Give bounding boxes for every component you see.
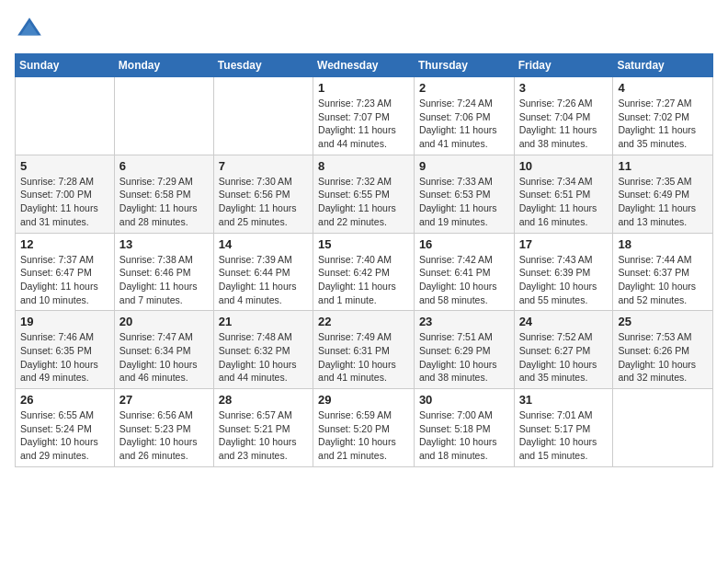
day-number: 15 (318, 237, 409, 251)
day-number: 9 (419, 159, 509, 173)
day-cell: 10Sunrise: 7:34 AM Sunset: 6:51 PM Dayli… (514, 155, 613, 233)
page-header (15, 15, 713, 44)
day-cell: 29Sunrise: 6:59 AM Sunset: 5:20 PM Dayli… (313, 389, 415, 467)
day-number: 6 (119, 159, 209, 173)
day-cell: 5Sunrise: 7:28 AM Sunset: 7:00 PM Daylig… (16, 155, 115, 233)
day-number: 12 (20, 237, 109, 251)
day-number: 24 (519, 315, 609, 328)
day-info: Sunrise: 7:30 AM Sunset: 6:56 PM Dayligh… (219, 175, 308, 229)
header-cell-sunday: Sunday (16, 54, 115, 77)
day-number: 19 (20, 315, 109, 328)
day-info: Sunrise: 7:28 AM Sunset: 7:00 PM Dayligh… (20, 175, 109, 229)
day-cell: 11Sunrise: 7:35 AM Sunset: 6:49 PM Dayli… (613, 155, 713, 233)
day-info: Sunrise: 7:32 AM Sunset: 6:55 PM Dayligh… (318, 175, 409, 229)
day-info: Sunrise: 7:01 AM Sunset: 5:17 PM Dayligh… (519, 408, 609, 463)
day-info: Sunrise: 7:42 AM Sunset: 6:41 PM Dayligh… (419, 253, 509, 307)
day-info: Sunrise: 7:00 AM Sunset: 5:18 PM Dayligh… (419, 408, 509, 463)
day-info: Sunrise: 7:37 AM Sunset: 6:47 PM Dayligh… (20, 253, 109, 307)
day-number: 10 (519, 159, 609, 173)
day-cell: 4Sunrise: 7:27 AM Sunset: 7:02 PM Daylig… (613, 77, 713, 155)
week-row-1: 1Sunrise: 7:23 AM Sunset: 7:07 PM Daylig… (16, 77, 713, 155)
calendar-body: 1Sunrise: 7:23 AM Sunset: 7:07 PM Daylig… (16, 77, 713, 467)
day-cell: 26Sunrise: 6:55 AM Sunset: 5:24 PM Dayli… (16, 389, 115, 467)
day-cell: 22Sunrise: 7:49 AM Sunset: 6:31 PM Dayli… (313, 311, 415, 389)
day-cell: 8Sunrise: 7:32 AM Sunset: 6:55 PM Daylig… (313, 155, 415, 233)
week-row-5: 26Sunrise: 6:55 AM Sunset: 5:24 PM Dayli… (16, 389, 713, 467)
day-number: 25 (618, 315, 708, 328)
day-info: Sunrise: 7:33 AM Sunset: 6:53 PM Dayligh… (419, 175, 509, 229)
day-cell: 25Sunrise: 7:53 AM Sunset: 6:26 PM Dayli… (613, 311, 713, 389)
day-info: Sunrise: 7:46 AM Sunset: 6:35 PM Dayligh… (20, 330, 109, 385)
day-cell: 9Sunrise: 7:33 AM Sunset: 6:53 PM Daylig… (414, 155, 514, 233)
day-info: Sunrise: 7:43 AM Sunset: 6:39 PM Dayligh… (519, 253, 609, 307)
week-row-3: 12Sunrise: 7:37 AM Sunset: 6:47 PM Dayli… (16, 233, 713, 311)
day-info: Sunrise: 7:39 AM Sunset: 6:44 PM Dayligh… (219, 253, 308, 307)
day-cell: 20Sunrise: 7:47 AM Sunset: 6:34 PM Dayli… (114, 311, 213, 389)
day-cell (213, 77, 313, 155)
day-cell: 2Sunrise: 7:24 AM Sunset: 7:06 PM Daylig… (414, 77, 514, 155)
day-number: 18 (618, 237, 708, 251)
header-cell-thursday: Thursday (414, 54, 514, 77)
day-info: Sunrise: 7:23 AM Sunset: 7:07 PM Dayligh… (318, 97, 409, 151)
day-cell: 14Sunrise: 7:39 AM Sunset: 6:44 PM Dayli… (213, 233, 313, 311)
day-cell (114, 77, 213, 155)
header-cell-friday: Friday (514, 54, 613, 77)
day-number: 1 (318, 81, 409, 95)
day-number: 4 (618, 81, 708, 95)
day-number: 14 (219, 237, 308, 251)
day-info: Sunrise: 7:51 AM Sunset: 6:29 PM Dayligh… (419, 330, 509, 385)
day-info: Sunrise: 7:48 AM Sunset: 6:32 PM Dayligh… (219, 330, 308, 385)
day-number: 3 (519, 81, 609, 95)
day-number: 21 (219, 315, 308, 328)
day-cell: 16Sunrise: 7:42 AM Sunset: 6:41 PM Dayli… (414, 233, 514, 311)
day-cell: 7Sunrise: 7:30 AM Sunset: 6:56 PM Daylig… (213, 155, 313, 233)
day-number: 5 (20, 159, 109, 173)
day-cell: 13Sunrise: 7:38 AM Sunset: 6:46 PM Dayli… (114, 233, 213, 311)
day-number: 16 (419, 237, 509, 251)
day-number: 23 (419, 315, 509, 328)
day-info: Sunrise: 7:52 AM Sunset: 6:27 PM Dayligh… (519, 330, 609, 385)
day-info: Sunrise: 6:56 AM Sunset: 5:23 PM Dayligh… (119, 408, 209, 463)
day-number: 13 (119, 237, 209, 251)
day-info: Sunrise: 7:38 AM Sunset: 6:46 PM Dayligh… (119, 253, 209, 307)
day-info: Sunrise: 7:40 AM Sunset: 6:42 PM Dayligh… (318, 253, 409, 307)
day-info: Sunrise: 7:47 AM Sunset: 6:34 PM Dayligh… (119, 330, 209, 385)
day-info: Sunrise: 7:49 AM Sunset: 6:31 PM Dayligh… (318, 330, 409, 385)
day-cell: 21Sunrise: 7:48 AM Sunset: 6:32 PM Dayli… (213, 311, 313, 389)
day-cell: 27Sunrise: 6:56 AM Sunset: 5:23 PM Dayli… (114, 389, 213, 467)
day-number: 28 (219, 393, 308, 407)
day-info: Sunrise: 6:57 AM Sunset: 5:21 PM Dayligh… (219, 408, 308, 463)
day-info: Sunrise: 7:27 AM Sunset: 7:02 PM Dayligh… (618, 97, 708, 151)
day-info: Sunrise: 7:44 AM Sunset: 6:37 PM Dayligh… (618, 253, 708, 307)
day-info: Sunrise: 7:53 AM Sunset: 6:26 PM Dayligh… (618, 330, 708, 385)
day-info: Sunrise: 7:26 AM Sunset: 7:04 PM Dayligh… (519, 97, 609, 151)
day-number: 26 (20, 393, 109, 407)
day-info: Sunrise: 6:59 AM Sunset: 5:20 PM Dayligh… (318, 408, 409, 463)
day-number: 29 (318, 393, 409, 407)
day-cell: 19Sunrise: 7:46 AM Sunset: 6:35 PM Dayli… (16, 311, 115, 389)
logo (15, 15, 48, 44)
day-number: 20 (119, 315, 209, 328)
day-cell: 31Sunrise: 7:01 AM Sunset: 5:17 PM Dayli… (514, 389, 613, 467)
day-number: 31 (519, 393, 609, 407)
day-cell: 23Sunrise: 7:51 AM Sunset: 6:29 PM Dayli… (414, 311, 514, 389)
day-number: 27 (119, 393, 209, 407)
day-number: 30 (419, 393, 509, 407)
day-info: Sunrise: 7:29 AM Sunset: 6:58 PM Dayligh… (119, 175, 209, 229)
calendar-header: SundayMondayTuesdayWednesdayThursdayFrid… (16, 54, 713, 77)
day-cell: 30Sunrise: 7:00 AM Sunset: 5:18 PM Dayli… (414, 389, 514, 467)
header-row: SundayMondayTuesdayWednesdayThursdayFrid… (16, 54, 713, 77)
day-cell: 12Sunrise: 7:37 AM Sunset: 6:47 PM Dayli… (16, 233, 115, 311)
day-number: 7 (219, 159, 308, 173)
header-cell-wednesday: Wednesday (313, 54, 415, 77)
header-cell-tuesday: Tuesday (213, 54, 313, 77)
day-info: Sunrise: 7:24 AM Sunset: 7:06 PM Dayligh… (419, 97, 509, 151)
day-number: 11 (618, 159, 708, 173)
day-info: Sunrise: 7:35 AM Sunset: 6:49 PM Dayligh… (618, 175, 708, 229)
day-number: 2 (419, 81, 509, 95)
logo-icon (15, 15, 44, 44)
day-cell: 24Sunrise: 7:52 AM Sunset: 6:27 PM Dayli… (514, 311, 613, 389)
day-info: Sunrise: 7:34 AM Sunset: 6:51 PM Dayligh… (519, 175, 609, 229)
header-cell-saturday: Saturday (613, 54, 713, 77)
day-cell (613, 389, 713, 467)
